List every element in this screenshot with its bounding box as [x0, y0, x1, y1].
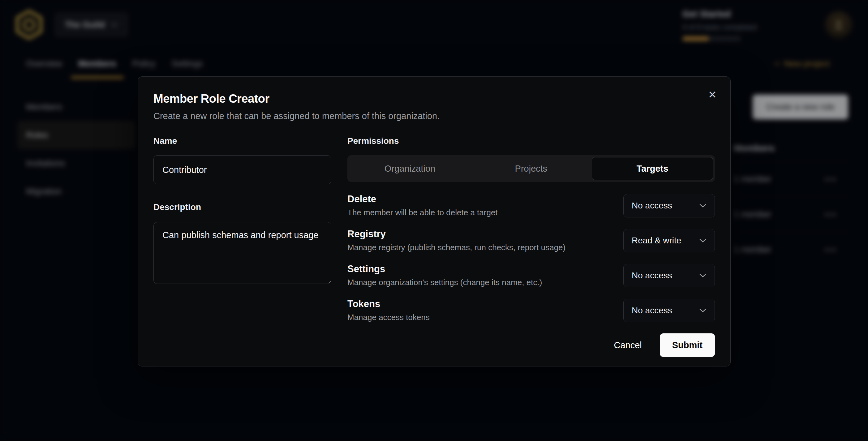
modal-title: Member Role Creator [153, 92, 715, 105]
tab-organization-label: Organization [384, 164, 435, 174]
permission-description: The member will be able to delete a targ… [347, 208, 498, 217]
cancel-button[interactable]: Cancel [614, 340, 642, 350]
permission-title: Delete [347, 194, 498, 205]
modal-body: Name Description Can publish schemas and… [153, 136, 715, 357]
submit-button[interactable]: Submit [660, 334, 715, 357]
select-value: No access [632, 306, 672, 315]
permission-row-tokens: Tokens Manage access tokens No access [347, 298, 715, 322]
select-value: No access [632, 201, 672, 211]
role-form-column: Name Description Can publish schemas and… [153, 136, 331, 357]
permission-row-settings: Settings Manage organization's settings … [347, 263, 715, 287]
select-value: No access [632, 271, 672, 281]
permission-description: Manage organization's settings (change i… [347, 278, 542, 287]
chevron-down-icon [699, 308, 707, 313]
tokens-access-select[interactable]: No access [623, 299, 715, 322]
chevron-down-icon [699, 273, 707, 278]
permission-text: Settings Manage organization's settings … [347, 263, 542, 287]
permission-description: Manage access tokens [347, 313, 430, 322]
permission-row-delete: Delete The member will be able to delete… [347, 194, 715, 217]
tab-targets[interactable]: Targets [592, 157, 713, 180]
permission-description: Manage registry (publish schemas, run ch… [347, 243, 565, 252]
chevron-down-icon [699, 238, 707, 243]
name-field[interactable] [153, 155, 331, 184]
tab-targets-label: Targets [637, 164, 669, 174]
chevron-down-icon [699, 203, 707, 208]
tab-projects[interactable]: Projects [470, 157, 592, 180]
tab-projects-label: Projects [515, 164, 548, 174]
permission-scope-tabs: Organization Projects Targets [347, 155, 715, 182]
modal-footer: Cancel Submit [347, 334, 715, 357]
permission-text: Registry Manage registry (publish schema… [347, 228, 565, 252]
settings-access-select[interactable]: No access [623, 264, 715, 287]
permission-title: Tokens [347, 298, 430, 310]
description-label: Description [153, 202, 331, 212]
member-role-creator-modal: ✕ Member Role Creator Create a new role … [138, 76, 731, 367]
permissions-column: Permissions Organization Projects Target… [347, 136, 715, 357]
permission-text: Delete The member will be able to delete… [347, 194, 498, 217]
permission-title: Registry [347, 228, 565, 240]
name-label: Name [153, 136, 331, 146]
delete-access-select[interactable]: No access [623, 194, 715, 217]
registry-access-select[interactable]: Read & write [623, 229, 715, 252]
permission-title: Settings [347, 263, 542, 275]
permission-row-registry: Registry Manage registry (publish schema… [347, 228, 715, 252]
close-icon[interactable]: ✕ [704, 86, 721, 103]
permission-rows: Delete The member will be able to delete… [347, 194, 715, 322]
tab-organization[interactable]: Organization [349, 157, 470, 180]
description-field[interactable]: Can publish schemas and report usage [153, 222, 331, 284]
permission-text: Tokens Manage access tokens [347, 298, 430, 322]
select-value: Read & write [632, 235, 681, 246]
permissions-label: Permissions [347, 136, 715, 146]
modal-subtitle: Create a new role that can be assigned t… [153, 111, 715, 121]
